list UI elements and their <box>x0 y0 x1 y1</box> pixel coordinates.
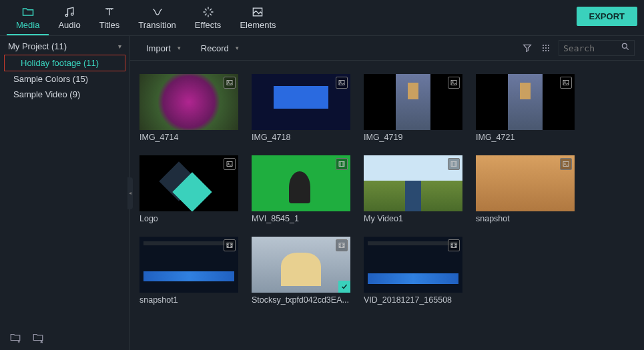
svg-rect-21 <box>227 162 232 167</box>
folder-icon <box>21 5 35 19</box>
image-badge-icon <box>560 77 572 89</box>
svg-rect-13 <box>227 81 232 85</box>
search-input[interactable] <box>563 43 617 53</box>
media-item-label: MVI_8545_1 <box>252 214 350 223</box>
tab-titles[interactable]: Titles <box>90 4 129 34</box>
media-thumbnail[interactable] <box>139 237 238 293</box>
media-item[interactable]: My Video1 <box>364 155 462 223</box>
media-thumbnail[interactable] <box>252 155 350 211</box>
media-thumbnail[interactable] <box>252 237 350 293</box>
sparkle-icon <box>202 5 215 19</box>
media-item-label: IMG_4719 <box>364 133 462 142</box>
tab-transition[interactable]: Transition <box>129 4 186 34</box>
media-thumbnail[interactable] <box>476 74 575 130</box>
svg-point-12 <box>622 43 627 48</box>
sidebar-item-sample-colors[interactable]: Sample Colors (15) <box>0 71 129 87</box>
selected-check-icon <box>338 281 350 293</box>
svg-point-11 <box>548 50 549 51</box>
action-bar: Import ▾ Record ▾ <box>130 36 644 61</box>
sidebar: My Project (11) ▾ Holiday footage (11) S… <box>0 36 130 350</box>
search-box[interactable] <box>559 40 635 56</box>
sidebar-item-label: Sample Video (9) <box>13 89 80 99</box>
svg-point-6 <box>543 47 544 49</box>
media-item[interactable]: Logo <box>139 155 238 223</box>
grid-view-icon[interactable] <box>540 42 552 54</box>
sidebar-item-sample-video[interactable]: Sample Video (9) <box>0 87 129 102</box>
svg-rect-27 <box>227 243 232 248</box>
video-badge-icon <box>336 158 348 170</box>
top-toolbar: Media Audio Titles Transition Effects <box>0 0 644 36</box>
image-badge-icon <box>336 77 348 89</box>
media-thumbnail[interactable] <box>139 74 238 130</box>
image-icon <box>251 5 264 19</box>
media-item-label: IMG_4714 <box>139 133 238 142</box>
media-thumbnail[interactable] <box>364 74 462 130</box>
image-badge-icon <box>224 77 236 89</box>
video-badge-icon <box>448 158 460 170</box>
new-folder-icon[interactable] <box>9 331 21 343</box>
svg-point-0 <box>65 14 67 16</box>
sidebar-item-label: Holiday footage (11) <box>21 58 99 68</box>
svg-rect-23 <box>339 162 344 167</box>
svg-point-5 <box>548 45 549 46</box>
tab-audio[interactable]: Audio <box>49 4 89 34</box>
import-button[interactable]: Import ▾ <box>139 41 188 56</box>
tab-effects[interactable]: Effects <box>186 4 231 34</box>
filter-icon[interactable] <box>521 42 533 54</box>
media-thumbnail[interactable] <box>364 237 462 293</box>
tab-label: Effects <box>195 20 222 30</box>
sidebar-item-label: My Project (11) <box>8 41 67 51</box>
svg-point-4 <box>545 45 547 46</box>
export-button[interactable]: EXPORT <box>577 7 637 26</box>
media-item[interactable]: Stocksy_txpfd042cd3EA... <box>252 237 350 305</box>
svg-rect-25 <box>563 162 569 167</box>
svg-point-3 <box>543 45 544 46</box>
sidebar-collapse-handle[interactable]: ◂ <box>127 177 133 209</box>
video-badge-icon <box>336 239 348 251</box>
svg-point-1 <box>71 13 73 15</box>
video-badge-icon <box>224 239 236 251</box>
svg-rect-28 <box>339 243 344 248</box>
tab-label: Media <box>16 20 39 30</box>
media-item[interactable]: VID_20181217_165508 <box>364 237 462 305</box>
media-thumbnail[interactable] <box>139 155 238 211</box>
image-badge-icon <box>560 158 572 170</box>
sidebar-item-label: Sample Colors (15) <box>13 74 88 84</box>
media-item-label: IMG_4718 <box>252 133 350 142</box>
record-button[interactable]: Record ▾ <box>194 41 246 56</box>
media-item[interactable]: IMG_4718 <box>252 74 350 142</box>
tab-media[interactable]: Media <box>7 4 49 35</box>
media-item-label: My Video1 <box>364 214 462 223</box>
sidebar-item-holiday-footage[interactable]: Holiday footage (11) <box>4 55 125 71</box>
record-label: Record <box>201 43 229 53</box>
video-badge-icon <box>448 239 460 251</box>
media-thumbnail[interactable] <box>476 155 575 211</box>
media-item-label: IMG_4721 <box>476 133 575 142</box>
music-icon <box>63 5 76 19</box>
text-icon <box>103 5 116 19</box>
media-item[interactable]: IMG_4721 <box>476 74 575 142</box>
sidebar-item-my-project[interactable]: My Project (11) ▾ <box>0 39 129 54</box>
media-item[interactable]: MVI_8545_1 <box>252 155 350 223</box>
media-thumbnail[interactable] <box>364 155 462 211</box>
media-item[interactable]: IMG_4714 <box>139 74 238 142</box>
svg-point-10 <box>545 50 547 51</box>
media-thumbnail[interactable] <box>252 74 350 130</box>
media-item-label: snapshot <box>476 214 575 223</box>
media-item[interactable]: IMG_4719 <box>364 74 462 142</box>
image-badge-icon <box>448 77 460 89</box>
transition-icon <box>151 5 164 19</box>
tab-elements[interactable]: Elements <box>230 4 285 34</box>
tab-label: Elements <box>240 20 276 30</box>
chevron-down-icon: ▾ <box>118 43 121 50</box>
svg-rect-29 <box>451 243 456 248</box>
media-item[interactable]: snapshot <box>476 155 575 223</box>
delete-folder-icon[interactable] <box>32 331 44 343</box>
media-item-label: VID_20181217_165508 <box>364 295 462 305</box>
svg-point-9 <box>543 50 544 51</box>
tab-label: Titles <box>99 20 120 30</box>
media-item[interactable]: snapshot1 <box>139 237 238 305</box>
svg-rect-24 <box>451 162 456 167</box>
tab-label: Transition <box>138 20 176 30</box>
media-item-label: Stocksy_txpfd042cd3EA... <box>252 295 350 305</box>
